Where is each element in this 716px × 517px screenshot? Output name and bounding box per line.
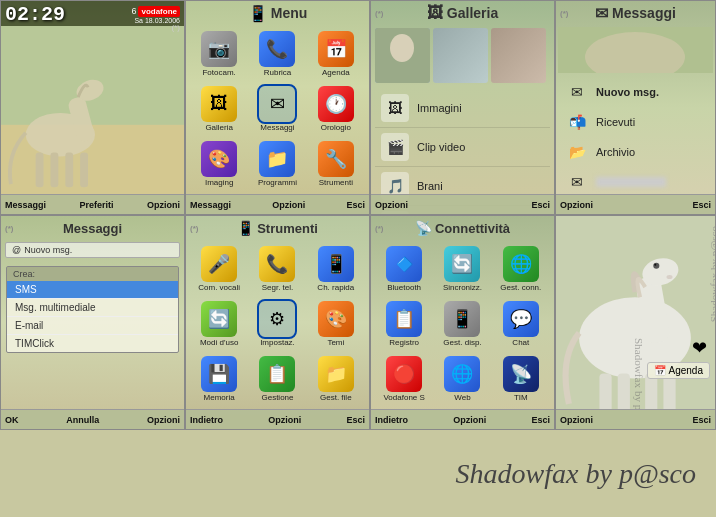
panel-galleria: (*) 🖼 Galleria 🖼 Immagini 🎬 — [370, 0, 555, 215]
toolbar-indietro7[interactable]: Indietro — [375, 415, 408, 425]
menu-programmi[interactable]: 📁 Programmi — [250, 139, 304, 190]
toolbar-esci7[interactable]: Esci — [531, 415, 550, 425]
strumenti-gestione[interactable]: 📋 Gestione — [250, 354, 304, 405]
brand-text: Shadowfax by p@sco — [456, 458, 696, 490]
msg-dropdown-num-badge: (*) — [5, 224, 13, 233]
msg-dd-title: Messaggi — [63, 221, 122, 236]
svg-rect-6 — [50, 153, 58, 188]
clipvideo-icon: 🎬 — [381, 133, 409, 161]
panel-strumenti: (*) 📱 Strumenti 🎤 Com. vocali 📞 Segr. te… — [185, 215, 370, 430]
toolbar-opzioni3[interactable]: Opzioni — [375, 200, 408, 210]
galleria-icon: 🖼 — [427, 4, 443, 22]
panel5-toolbar: OK Annulla Opzioni — [1, 409, 184, 429]
strumenti-memoria[interactable]: 💾 Memoria — [192, 354, 246, 405]
panel-messaggi-right: (*) ✉ Messaggi ✉ Nuovo msg. 📬 Ricevuti — [555, 0, 716, 215]
toolbar-messaggi2[interactable]: Messaggi — [190, 200, 231, 210]
msg-right-list: ✉ Nuovo msg. 📬 Ricevuti 📂 Archivio ✉ — [556, 75, 715, 199]
menu-messaggi[interactable]: ✉ Messaggi — [250, 84, 304, 135]
conn-gestdisp[interactable]: 📱 Gest. disp. — [435, 299, 489, 350]
panel3-toolbar: Opzioni Esci — [371, 194, 554, 214]
strumenti-chrapida[interactable]: 📱 Ch. rapida — [309, 244, 363, 295]
toolbar-preferiti[interactable]: Preferiti — [80, 200, 114, 210]
menu-rubrica[interactable]: 📞 Rubrica — [250, 29, 304, 80]
clock-display: 02:29 — [5, 3, 65, 26]
toolbar-esci6[interactable]: Esci — [346, 415, 365, 425]
strumenti-impostaz[interactable]: ⚙ Impostaz. — [250, 299, 304, 350]
gallery-item-immagini[interactable]: 🖼 Immagini — [375, 89, 550, 128]
dropdown-timclick[interactable]: TIMClick — [7, 335, 178, 352]
gallery-thumbnails — [371, 25, 554, 85]
msg-nuovo[interactable]: ✉ Nuovo msg. — [560, 77, 711, 107]
phone-icon2: 📱 — [237, 220, 254, 236]
svg-point-17 — [666, 275, 672, 279]
toolbar-opzioni8[interactable]: Opzioni — [560, 415, 593, 425]
panel-messaggi-dropdown: (*) Messaggi @ Nuovo msg. Crea: SMS Msg.… — [0, 215, 185, 430]
msg-right-thumb — [556, 25, 715, 75]
menu-imaging[interactable]: 🎨 Imaging — [192, 139, 246, 190]
dropdown-mms[interactable]: Msg. multimediale — [7, 299, 178, 317]
svg-text:Shadowfax by p@sco: Shadowfax by p@sco — [633, 338, 645, 409]
conn-sincronizz[interactable]: 🔄 Sincronizz. — [435, 244, 489, 295]
conn-gestconn[interactable]: 🌐 Gest. conn. — [494, 244, 548, 295]
toolbar-opzioni7[interactable]: Opzioni — [453, 415, 486, 425]
toolbar-messaggi[interactable]: Messaggi — [5, 200, 46, 210]
panel1-toolbar: Messaggi Preferiti Opzioni — [1, 194, 184, 214]
toolbar-annulla[interactable]: Annulla — [66, 415, 99, 425]
panel-connettivita: (*) 📡 Connettività 🔷 Bluetooth 🔄 Sincron… — [370, 215, 555, 430]
menu-galleria[interactable]: 🖼 Galleria — [192, 84, 246, 135]
strumenti-temi[interactable]: 🎨 Temi — [309, 299, 363, 350]
horse-background — [1, 26, 184, 194]
menu-fotocam[interactable]: 📷 Fotocam. — [192, 29, 246, 80]
toolbar-opzioni4[interactable]: Opzioni — [560, 200, 593, 210]
nuovo-msg-button[interactable]: @ Nuovo msg. — [5, 242, 180, 258]
toolbar-opzioni[interactable]: Opzioni — [147, 200, 180, 210]
msg-dropdown-header: (*) Messaggi — [1, 216, 184, 240]
toolbar-opzioni5[interactable]: Opzioni — [147, 415, 180, 425]
toolbar-ok[interactable]: OK — [5, 415, 19, 425]
strumenti-gestfile[interactable]: 📁 Gest. file — [309, 354, 363, 405]
connettivita-header: (*) 📡 Connettività — [371, 216, 554, 240]
conn-chat[interactable]: 💬 Chat — [494, 299, 548, 350]
menu-orologio[interactable]: 🕐 Orologio — [309, 84, 363, 135]
thumb-2 — [433, 28, 488, 83]
strumenti-segrtel[interactable]: 📞 Segr. tel. — [250, 244, 304, 295]
immagini-icon: 🖼 — [381, 94, 409, 122]
strumenti-modiduso[interactable]: 🔄 Modi d'uso — [192, 299, 246, 350]
panel7-toolbar: Indietro Opzioni Esci — [371, 409, 554, 429]
conn-registro[interactable]: 📋 Registro — [377, 299, 431, 350]
agenda-button[interactable]: 📅 Agenda — [647, 362, 710, 379]
msg-blurred[interactable]: ✉ — [560, 167, 711, 197]
dropdown-crea-label: Crea: — [7, 267, 178, 281]
connettivita-icon-grid: 🔷 Bluetooth 🔄 Sincronizz. 🌐 Gest. conn. … — [371, 240, 554, 408]
toolbar-esci2[interactable]: Esci — [346, 200, 365, 210]
dropdown-sms[interactable]: SMS — [7, 281, 178, 299]
msg-ricevuti[interactable]: 📬 Ricevuti — [560, 107, 711, 137]
dropdown-email[interactable]: E-mail — [7, 317, 178, 335]
phone-icon3: 📡 — [415, 220, 432, 236]
conn-tim[interactable]: 📡 TIM — [494, 354, 548, 405]
menu-title: Menu — [271, 5, 308, 21]
toolbar-esci4[interactable]: Esci — [692, 200, 711, 210]
toolbar-esci8[interactable]: Esci — [692, 415, 711, 425]
strumenti-comvocali[interactable]: 🎤 Com. vocali — [192, 244, 246, 295]
notification-icon: 6 — [131, 6, 136, 16]
menu-strumenti[interactable]: 🔧 Strumenti — [309, 139, 363, 190]
panel4-toolbar: Opzioni Esci — [556, 194, 715, 214]
toolbar-indietro6[interactable]: Indietro — [190, 415, 223, 425]
galleria-num-badge: (*) — [375, 9, 383, 18]
toolbar-opzioni2[interactable]: Opzioni — [272, 200, 305, 210]
conn-web[interactable]: 🌐 Web — [435, 354, 489, 405]
svg-rect-8 — [80, 153, 88, 188]
panel2-toolbar: Messaggi Opzioni Esci — [186, 194, 369, 214]
menu-agenda[interactable]: 📅 Agenda — [309, 29, 363, 80]
thumb-3 — [491, 28, 546, 83]
svg-rect-20 — [599, 373, 611, 409]
toolbar-opzioni6[interactable]: Opzioni — [268, 415, 301, 425]
conn-bluetooth[interactable]: 🔷 Bluetooth — [377, 244, 431, 295]
msg-right-icon: ✉ — [595, 4, 608, 23]
msg-archivio[interactable]: 📂 Archivio — [560, 137, 711, 167]
conn-vodafones[interactable]: 🔴 Vodafone S — [377, 354, 431, 405]
gallery-item-clipvideo[interactable]: 🎬 Clip video — [375, 128, 550, 167]
svg-point-10 — [390, 34, 414, 62]
toolbar-esci3[interactable]: Esci — [531, 200, 550, 210]
